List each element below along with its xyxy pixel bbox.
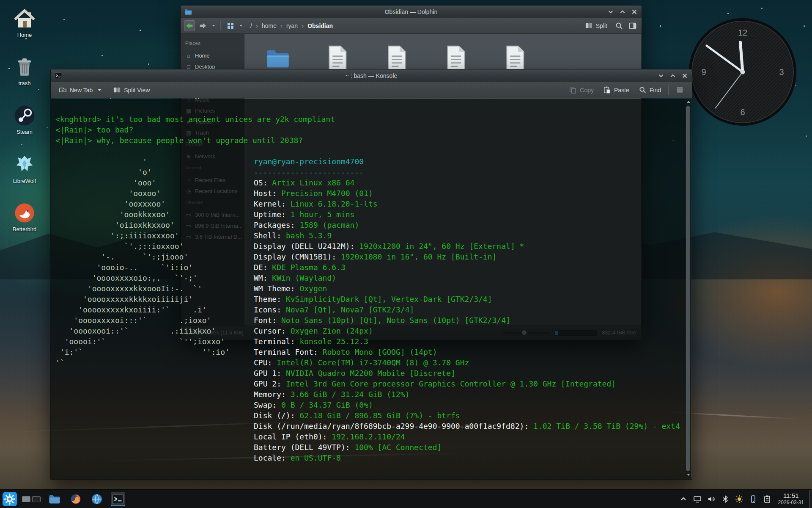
search-button[interactable] <box>614 20 625 31</box>
fastfetch-value: Intel(R) Core(TM) i7-3740QM (8) @ 3.70 G… <box>277 358 469 367</box>
places-item-home[interactable]: ⌂Home <box>181 50 244 61</box>
analog-clock-widget[interactable]: 12 3 6 9 <box>688 17 798 127</box>
taskbar: 11:51 2026-03-31 <box>0 489 812 508</box>
split-button[interactable]: Split <box>581 20 611 31</box>
close-button[interactable] <box>631 8 638 16</box>
maximize-button[interactable] <box>669 72 677 80</box>
paste-button[interactable]: Paste <box>599 84 633 96</box>
virtual-desktop-pager[interactable] <box>22 496 41 502</box>
scroll-up-arrow[interactable] <box>686 99 691 105</box>
expand-tray-icon[interactable] <box>679 495 688 503</box>
pager-desktop-2[interactable] <box>32 496 41 502</box>
split-view-button[interactable]: Split View <box>109 84 154 96</box>
file-icon[interactable] <box>325 45 349 72</box>
folder-icon[interactable] <box>266 45 290 72</box>
breadcrumb-home[interactable]: home <box>262 22 277 29</box>
desktop-icon-home[interactable]: Home <box>5 8 44 38</box>
fastfetch-key: Local IP (eth0): <box>254 432 327 441</box>
fastfetch-line: OS: Artix Linux x86_64 <box>254 177 685 188</box>
fastfetch-line: Cursor: Oxygen_Zion (24px) <box>254 326 685 336</box>
fastfetch-line: Theme: KvSimplicityDark [Qt], Vertex-Dar… <box>254 294 685 304</box>
terminal[interactable]: <knghtbrd> it's too bad most ancient uni… <box>51 99 691 479</box>
desktop-icon-label: trash <box>19 80 31 86</box>
taskbar-file-manager-icon[interactable] <box>47 492 62 506</box>
menu-button[interactable] <box>672 84 688 96</box>
show-desktop-button[interactable] <box>809 490 812 508</box>
new-tab-label: New Tab <box>70 87 93 94</box>
scroll-down-arrow[interactable] <box>686 472 691 478</box>
view-mode-grid-icon[interactable] <box>225 20 236 31</box>
clock-face: 12 3 6 9 <box>688 17 798 127</box>
fastfetch-key: Display (CMN15B1): <box>254 252 336 261</box>
fastfetch-value: 62.18 GiB / 896.85 GiB (7%) - btrfs <box>299 411 460 420</box>
close-button[interactable] <box>681 72 689 80</box>
fastfetch-key: Packages: <box>254 221 295 229</box>
desktop-icon-betterbird[interactable]: Betterbird <box>5 202 44 232</box>
minimize-button[interactable] <box>607 8 614 16</box>
fastfetch-line: DE: KDE Plasma 6.6.3 <box>254 262 685 273</box>
minimize-button[interactable] <box>657 72 665 80</box>
bluetooth-icon[interactable] <box>721 495 730 503</box>
breadcrumb-root[interactable]: / <box>250 22 252 29</box>
clipboard-icon[interactable] <box>763 495 771 503</box>
find-icon <box>639 86 647 94</box>
taskbar-konsole-icon[interactable] <box>111 492 125 506</box>
fastfetch-key: Terminal Font: <box>254 348 318 356</box>
forward-button[interactable] <box>198 20 208 31</box>
librewolf-icon <box>14 154 36 176</box>
pager-desktop-1[interactable] <box>22 496 30 502</box>
chevron-down-icon[interactable] <box>211 23 216 28</box>
file-icon[interactable] <box>384 45 409 72</box>
copy-button[interactable]: Copy <box>565 84 598 96</box>
breadcrumb-ryan[interactable]: ryan <box>286 22 298 29</box>
dolphin-titlebar[interactable]: Obsidian — Dolphin <box>181 6 642 18</box>
scrollbar-thumb[interactable] <box>686 106 690 471</box>
find-button[interactable]: Find <box>635 84 665 96</box>
fastfetch-key: WM: <box>254 273 268 282</box>
konsole-titlebar[interactable]: ~ : bash — Konsole <box>51 69 692 82</box>
fastfetch-line: WM Theme: Oxygen <box>254 283 685 294</box>
fastfetch-line: Battery (DELL 49VTP): 100% [AC Connected… <box>254 442 685 453</box>
fastfetch-value: KWin (Wayland) <box>272 273 336 282</box>
fastfetch-line: Memory: 3.66 GiB / 31.24 GiB (12%) <box>254 389 685 400</box>
paste-icon <box>603 86 611 94</box>
desktop-icon-trash[interactable]: trash <box>5 56 44 86</box>
new-tab-button[interactable]: New Tab <box>55 84 107 96</box>
fastfetch-separator: ------------------------ <box>254 167 685 177</box>
taskbar-globe-app-icon[interactable] <box>90 492 104 506</box>
clock-time: 11:51 <box>783 492 798 500</box>
clock-center-cap <box>741 70 745 75</box>
fastfetch-output: ' 'o' 'ooo' 'ooxoo' 'ooxxxoo' 'oookkxxoo… <box>55 156 685 463</box>
taskbar-clock[interactable]: 11:51 2026-03-31 <box>778 492 804 506</box>
phone-icon[interactable] <box>749 495 757 503</box>
panel-toggle-button[interactable] <box>627 20 638 31</box>
chevron-down-icon[interactable] <box>239 23 244 28</box>
volume-icon[interactable] <box>707 495 716 503</box>
fastfetch-line: GPU 2: Intel 3rd Gen Core processor Grap… <box>254 378 685 389</box>
back-button[interactable] <box>184 20 195 31</box>
maximize-button[interactable] <box>619 8 626 16</box>
paste-label: Paste <box>614 87 629 94</box>
fastfetch-key: Uptime: <box>254 210 286 219</box>
file-icon[interactable] <box>443 45 468 72</box>
dolphin-window-controls <box>607 8 638 16</box>
fastfetch-key: Disk (/): <box>254 411 295 420</box>
file-icon[interactable] <box>502 45 527 72</box>
fastfetch-value: 192.168.2.110/24 <box>332 432 405 441</box>
fastfetch-key: Cursor: <box>254 326 286 335</box>
fastfetch-line: Font: Noto Sans (10pt) [Qt], Noto Sans (… <box>254 315 685 326</box>
desktop-icon-steam[interactable]: Steam <box>5 105 44 135</box>
task-manager <box>47 492 125 506</box>
taskbar-browser-icon[interactable] <box>69 492 83 506</box>
night-color-icon[interactable] <box>735 495 743 503</box>
desktop-icon-label: Home <box>17 32 32 38</box>
desktop-icon-librewolf[interactable]: LibreWolf <box>5 154 44 184</box>
display-icon[interactable] <box>693 495 702 503</box>
file-icon-row <box>244 34 641 72</box>
application-launcher-button[interactable] <box>3 492 17 506</box>
fastfetch-value: Oxygen <box>299 284 327 293</box>
fastfetch-line: Terminal Font: Roboto Mono [GOOG] (14pt) <box>254 347 685 357</box>
fastfetch-value: Roboto Mono [GOOG] (14pt) <box>323 348 437 356</box>
breadcrumb-obsidian[interactable]: Obsidian <box>307 22 333 29</box>
terminal-scrollbar[interactable] <box>686 99 691 478</box>
